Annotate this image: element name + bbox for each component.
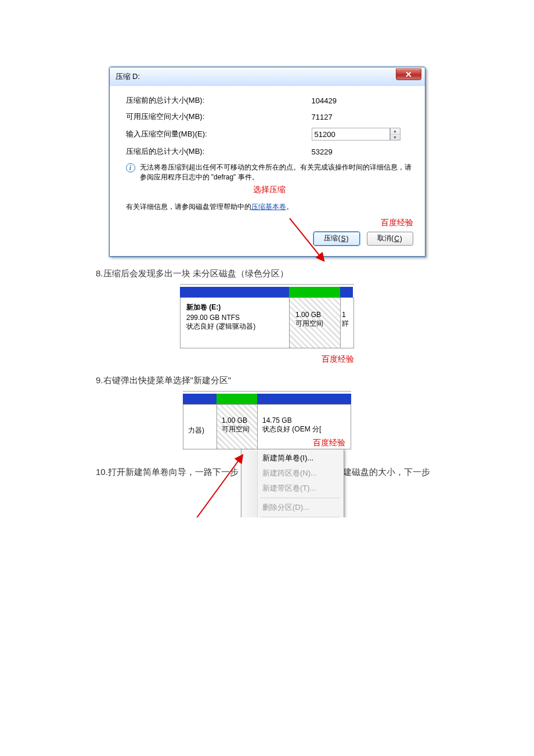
disk-segment-green xyxy=(217,394,257,404)
close-icon: ✕ xyxy=(405,70,412,79)
volume-size: 1.00 GB xyxy=(222,416,252,424)
dialog-title: 压缩 D: xyxy=(116,71,140,82)
disk-segment-green xyxy=(289,287,340,297)
volume-unallocated[interactable]: 1.00 GB 可用空间 xyxy=(290,298,341,348)
btn-cancel-prefix: 取消( xyxy=(377,233,394,243)
volume-title: 新加卷 (E:) xyxy=(186,303,283,312)
volume-size: 1.00 GB xyxy=(295,311,334,319)
cancel-button[interactable]: 取消(C) xyxy=(367,232,413,246)
volume-status: 状态良好 (OEM 分[ xyxy=(262,424,346,434)
shrink-amount-input[interactable] xyxy=(312,128,390,141)
label-total-after: 压缩后的总计大小(MB): xyxy=(126,146,312,157)
btn-cancel-key: C xyxy=(394,235,399,243)
arrow-annotation-icon xyxy=(176,449,251,517)
watermark: 百度经验 xyxy=(180,354,354,365)
help-link[interactable]: 压缩基本卷 xyxy=(251,203,286,211)
volume-partial[interactable]: 1 牂 xyxy=(341,298,353,348)
volume-status: 可用空间 xyxy=(222,424,252,434)
disk-segment-blue xyxy=(180,287,289,297)
volume-text: 牂 xyxy=(342,319,352,329)
context-menu: 新建简单卷(I)... 新建跨区卷(N)... 新建带区卷(T)... 删除分区… xyxy=(241,449,344,517)
volume-partial-left[interactable]: 力器) xyxy=(183,405,217,449)
volume-size: 299.00 GB NTFS xyxy=(186,314,283,322)
watermark: 百度经验 xyxy=(126,218,413,228)
shrink-button[interactable]: 压缩(S) xyxy=(313,232,360,246)
volume-status: 状态良好 (逻辑驱动器) xyxy=(186,322,283,332)
value-available: 71127 xyxy=(312,113,333,121)
disk-segment-blue xyxy=(340,287,353,297)
shrink-dialog: 压缩 D: ✕ 压缩前的总计大小(MB): 104429 可用压缩空间大小(MB… xyxy=(109,67,425,257)
volume-text: 力器) xyxy=(188,426,212,435)
value-total-before: 104429 xyxy=(312,96,337,105)
value-total-after: 53229 xyxy=(312,147,333,156)
menu-separator xyxy=(260,517,340,517)
help-prefix: 有关详细信息，请参阅磁盘管理帮助中的 xyxy=(126,203,251,211)
btn-ok-key: S xyxy=(341,235,345,243)
menu-new-striped-volume: 新建带区卷(T)... xyxy=(243,481,342,496)
info-icon: i xyxy=(126,163,135,172)
spinner-control[interactable]: ▲ ▼ xyxy=(390,128,400,141)
watermark: 百度经验 xyxy=(313,438,345,448)
btn-ok-prefix: 压缩( xyxy=(324,233,340,243)
spinner-down-icon[interactable]: ▼ xyxy=(391,135,400,141)
close-button[interactable]: ✕ xyxy=(396,69,421,80)
help-suffix: 。 xyxy=(286,203,293,211)
step-9-text: 9.右键弹出快捷菜单选择"新建分区" xyxy=(96,375,450,386)
volume-text: 1 xyxy=(342,311,352,319)
label-input-amount: 输入压缩空间量(MB)(E): xyxy=(126,129,312,139)
volume-unallocated[interactable]: 1.00 GB 可用空间 xyxy=(217,405,258,449)
svg-line-1 xyxy=(185,456,242,517)
spinner-up-icon[interactable]: ▲ xyxy=(391,128,400,135)
dialog-titlebar: 压缩 D: ✕ xyxy=(110,67,425,86)
help-line: 有关详细信息，请参阅磁盘管理帮助中的压缩基本卷。 xyxy=(126,202,413,212)
disk-segment-blue xyxy=(183,394,217,404)
disk-segment-blue xyxy=(257,394,351,404)
label-total-before: 压缩前的总计大小(MB): xyxy=(126,95,312,106)
volume-size: 14.75 GB xyxy=(262,416,346,424)
btn-ok-suffix: ) xyxy=(347,235,349,243)
label-available: 可用压缩空间大小(MB): xyxy=(126,111,312,122)
info-text: 无法将卷压缩到超出任何不可移动的文件所在的点。有关完成该操作时间的详细信息，请参… xyxy=(140,163,413,182)
annotation-select-shrink: 选择压缩 xyxy=(126,185,413,195)
menu-new-simple-volume[interactable]: 新建简单卷(I)... xyxy=(243,451,342,466)
step-8-text: 8.压缩后会发现多出一块 未分区磁盘（绿色分区） xyxy=(96,268,450,279)
disk-map-1: 新加卷 (E:) 299.00 GB NTFS 状态良好 (逻辑驱动器) 1.0… xyxy=(180,284,354,365)
menu-delete-partition: 删除分区(D)... xyxy=(243,500,342,515)
menu-new-spanned-volume: 新建跨区卷(N)... xyxy=(243,466,342,481)
disk-map-2: 力器) 1.00 GB 可用空间 14.75 GB 状态良好 (OEM 分[ 新… xyxy=(183,391,351,449)
volume-e[interactable]: 新加卷 (E:) 299.00 GB NTFS 状态良好 (逻辑驱动器) xyxy=(181,298,290,348)
btn-cancel-suffix: ) xyxy=(400,235,402,243)
menu-separator xyxy=(260,498,340,498)
volume-status: 可用空间 xyxy=(295,319,334,329)
